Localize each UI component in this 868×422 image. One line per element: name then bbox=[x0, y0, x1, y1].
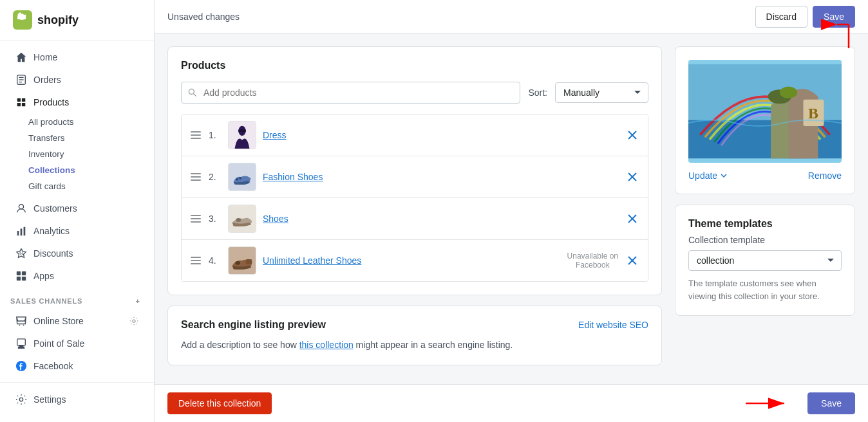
product-name-leather-shoes[interactable]: Unlimited Leather Shoes bbox=[263, 255, 561, 266]
drag-handle[interactable] bbox=[189, 255, 202, 266]
sidebar-item-analytics[interactable]: Analytics bbox=[5, 220, 149, 242]
drag-handle[interactable] bbox=[189, 214, 202, 224]
bottom-right-actions: Save bbox=[746, 392, 855, 414]
image-actions: Update Remove bbox=[688, 170, 842, 181]
product-thumbnail bbox=[228, 121, 256, 149]
store-icon bbox=[15, 315, 27, 327]
update-image-button[interactable]: Update bbox=[688, 170, 728, 181]
template-description: The template customers see when viewing … bbox=[688, 277, 842, 302]
sidebar-item-discounts[interactable]: Discounts bbox=[5, 243, 149, 264]
sidebar-item-customers[interactable]: Customers bbox=[5, 197, 149, 219]
product-number: 1. bbox=[209, 130, 222, 140]
table-row: 3. Shoes bbox=[182, 198, 648, 240]
right-column: B Update Remove bbox=[675, 46, 855, 371]
sidebar-item-transfers[interactable]: Transfers bbox=[28, 130, 154, 146]
sidebar-item-point-of-sale[interactable]: Point of Sale bbox=[5, 333, 149, 354]
add-sales-channel-button[interactable]: + bbox=[132, 295, 144, 307]
main-column: Products Sort: Manually Product title A-… bbox=[167, 46, 662, 371]
dress-thumb-icon bbox=[229, 121, 256, 149]
sidebar-item-orders[interactable]: Orders bbox=[5, 69, 149, 91]
product-name-shoes[interactable]: Shoes bbox=[263, 214, 618, 224]
svg-rect-7 bbox=[21, 228, 23, 235]
drag-handle[interactable] bbox=[189, 130, 202, 140]
collection-image-card: B Update Remove bbox=[675, 46, 855, 194]
sidebar-item-settings[interactable]: Settings bbox=[5, 389, 149, 410]
top-bar: Unsaved changes Discard Save bbox=[155, 0, 868, 33]
svg-line-23 bbox=[194, 94, 196, 96]
settings-icon bbox=[15, 394, 27, 405]
products-card: Products Sort: Manually Product title A-… bbox=[167, 46, 662, 295]
remove-product-leather-shoes[interactable] bbox=[625, 253, 640, 268]
svg-point-35 bbox=[236, 218, 241, 222]
remove-product-fashion-shoes[interactable] bbox=[625, 169, 640, 185]
sidebar-navigation: Home Orders Products All products Transf… bbox=[0, 41, 154, 416]
product-thumbnail bbox=[228, 246, 256, 275]
products-subnav: All products Transfers Inventory Collect… bbox=[0, 114, 154, 197]
seo-description: Add a description to see how this collec… bbox=[181, 338, 648, 352]
save-button-bottom[interactable]: Save bbox=[807, 392, 855, 414]
delete-collection-button[interactable]: Delete this collection bbox=[167, 392, 272, 414]
sidebar-item-apps[interactable]: Apps bbox=[5, 265, 149, 287]
sidebar-item-orders-label: Orders bbox=[33, 75, 61, 85]
sidebar-item-online-store[interactable]: Online Store bbox=[5, 310, 149, 332]
collection-image-scene: B bbox=[688, 60, 842, 163]
sales-channels-header: SALES CHANNELS + bbox=[0, 288, 154, 309]
close-icon bbox=[627, 255, 637, 266]
theme-templates-card: Theme templates Collection template coll… bbox=[675, 205, 855, 316]
edit-seo-link[interactable]: Edit website SEO bbox=[578, 320, 648, 330]
collection-template-label: Collection template bbox=[688, 235, 842, 245]
sidebar-item-home-label: Home bbox=[33, 52, 57, 62]
seo-card: Search engine listing preview Edit websi… bbox=[167, 306, 662, 365]
pos-icon bbox=[15, 338, 27, 349]
fashion-shoes-thumb-icon bbox=[229, 163, 256, 191]
close-icon bbox=[627, 214, 637, 224]
svg-point-17 bbox=[23, 324, 24, 326]
sidebar-item-gift-cards[interactable]: Gift cards bbox=[28, 178, 154, 194]
table-row: 4. Unlimited Leather Shoes Unavaila bbox=[182, 240, 648, 281]
sidebar-item-apps-label: Apps bbox=[33, 271, 54, 281]
sidebar-item-products[interactable]: Products bbox=[5, 91, 149, 113]
products-toolbar: Sort: Manually Product title A-Z Highest… bbox=[181, 82, 648, 104]
home-icon bbox=[15, 51, 27, 63]
sidebar-item-home[interactable]: Home bbox=[5, 46, 149, 68]
svg-rect-8 bbox=[24, 227, 26, 236]
apps-icon bbox=[15, 270, 27, 282]
shoes-thumb-icon bbox=[229, 205, 256, 233]
product-thumbnail bbox=[228, 163, 256, 191]
settings-gear-icon[interactable] bbox=[129, 316, 138, 326]
sidebar-item-inventory[interactable]: Inventory bbox=[28, 146, 154, 162]
remove-image-button[interactable]: Remove bbox=[808, 170, 842, 181]
product-thumbnail bbox=[228, 205, 256, 233]
sidebar-item-products-label: Products bbox=[33, 97, 69, 107]
svg-rect-14 bbox=[17, 277, 21, 280]
seo-collection-link[interactable]: this collection bbox=[299, 340, 354, 350]
product-number: 2. bbox=[209, 172, 222, 182]
sidebar-item-facebook-label: Facebook bbox=[33, 361, 73, 371]
product-name-fashion-shoes[interactable]: Fashion Shoes bbox=[263, 172, 618, 182]
add-products-input[interactable] bbox=[181, 82, 520, 104]
template-select[interactable]: collection bbox=[688, 250, 842, 271]
save-button-top[interactable]: Save bbox=[813, 6, 855, 28]
discard-button[interactable]: Discard bbox=[755, 6, 807, 28]
sidebar-item-collections[interactable]: Collections bbox=[28, 162, 154, 178]
svg-text:B: B bbox=[808, 105, 818, 122]
theme-templates-title: Theme templates bbox=[688, 218, 842, 230]
remove-product-dress[interactable] bbox=[625, 127, 640, 143]
top-bar-actions: Discard Save bbox=[755, 6, 855, 28]
sort-select[interactable]: Manually Product title A-Z Highest price… bbox=[555, 82, 648, 103]
sidebar-item-facebook[interactable]: Facebook bbox=[5, 355, 149, 377]
unsaved-changes-label: Unsaved changes bbox=[167, 12, 240, 22]
svg-point-9 bbox=[19, 252, 21, 253]
sidebar-item-all-products[interactable]: All products bbox=[28, 114, 154, 130]
search-icon bbox=[187, 87, 198, 98]
sort-label: Sort: bbox=[528, 87, 547, 98]
remove-product-shoes[interactable] bbox=[625, 211, 640, 226]
bottom-bar: Delete this collection Save bbox=[155, 384, 868, 422]
svg-rect-40 bbox=[246, 259, 252, 264]
svg-point-5 bbox=[19, 205, 23, 209]
sidebar-item-discounts-label: Discounts bbox=[33, 248, 73, 259]
svg-rect-26 bbox=[238, 129, 245, 132]
product-name-dress[interactable]: Dress bbox=[263, 130, 618, 140]
seo-header: Search engine listing preview Edit websi… bbox=[181, 319, 648, 331]
drag-handle[interactable] bbox=[189, 172, 202, 182]
